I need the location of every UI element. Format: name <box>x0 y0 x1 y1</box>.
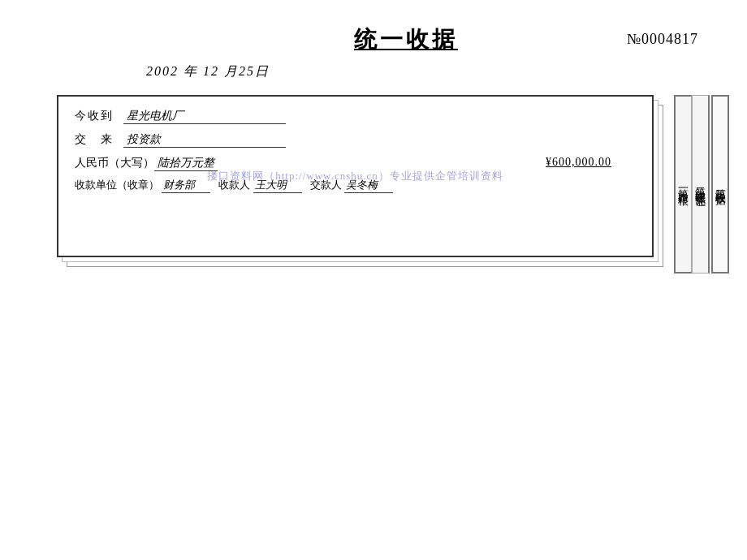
cashier-value: 王大明 <box>253 178 302 193</box>
rmb-row: 人民币（大写） 陆拾万元整 ¥600,000.00 <box>75 156 636 171</box>
receipt-main: 搂口资料网（http://www.cnshu.cn）专业提供企管培训资料 今收到… <box>57 95 654 257</box>
date-row: 2002 年 12 月25日 <box>146 63 698 80</box>
rmb-amount: ¥600,000.00 <box>546 156 611 169</box>
side-label-col2: 第二联记账凭证 <box>692 95 710 274</box>
rmb-label: 人民币（大写） <box>75 156 154 170</box>
purpose-label: 交 来 <box>75 132 123 147</box>
purpose-value: 投资款 <box>123 132 286 148</box>
content-area: 统一收据 №0004817 2002 年 12 月25日 搂口资料网（http:… <box>0 0 747 274</box>
received-value: 星光电机厂 <box>123 109 286 124</box>
receipt-outer: 搂口资料网（http://www.cnshu.cn）专业提供企管培训资料 今收到… <box>49 95 682 257</box>
received-label: 今收到 <box>75 109 123 123</box>
receipt-wrapper: 搂口资料网（http://www.cnshu.cn）专业提供企管培训资料 今收到… <box>57 95 674 257</box>
col3-text: 第三联收据 <box>713 180 728 188</box>
payer-unit-value: 财务部 <box>162 178 210 193</box>
page-title: 统一收据 <box>244 24 568 55</box>
payer-label: 交款人 吴冬梅 <box>310 178 393 193</box>
rmb-value: 陆拾万元整 <box>154 156 218 171</box>
payer-unit-label: 收款单位（收章） 财务部 <box>75 178 210 193</box>
header-row: 统一收据 №0004817 <box>49 24 698 55</box>
purpose-row: 交 来 投资款 <box>75 132 636 148</box>
payer-value: 吴冬梅 <box>344 178 393 193</box>
side-label-col1: 第一联存根 <box>674 95 692 274</box>
cashier-label: 收款人 王大明 <box>218 178 301 193</box>
right-labels: 第一联存根 第二联记账凭证 第三联收据 <box>674 95 729 274</box>
page: 统一收据 №0004817 2002 年 12 月25日 搂口资料网（http:… <box>0 0 747 560</box>
col2-text: 第二联记账凭证 <box>693 179 708 190</box>
date-text: 2002 年 12 月25日 <box>146 64 270 78</box>
bottom-row: 收款单位（收章） 财务部 收款人 王大明 交款人 吴冬梅 <box>75 178 636 193</box>
receipt-number: №0004817 <box>568 24 698 48</box>
side-label-col3: 第三联收据 <box>711 95 729 274</box>
received-row: 今收到 星光电机厂 <box>75 109 636 124</box>
col1-text: 第一联存根 <box>676 180 691 188</box>
